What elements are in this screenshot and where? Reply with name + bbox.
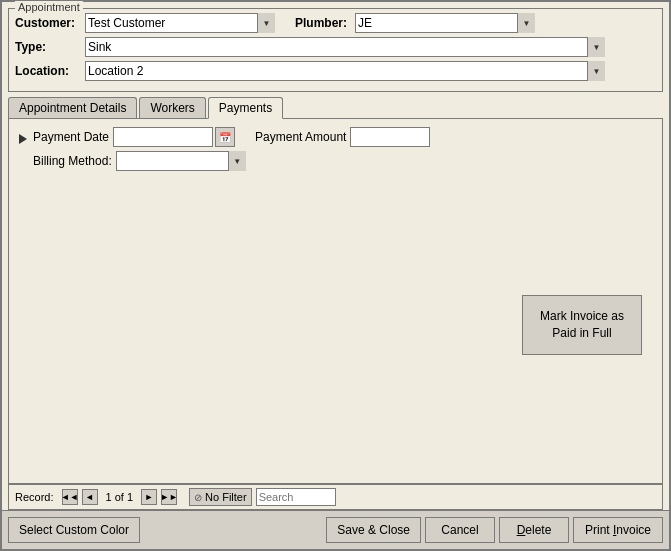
payment-amount-input[interactable]	[350, 127, 430, 147]
calendar-button[interactable]: 📅	[215, 127, 235, 147]
plumber-select-wrapper: JE	[355, 13, 535, 33]
select-custom-color-button[interactable]: Select Custom Color	[8, 517, 140, 543]
customer-select-wrapper: Test Customer	[85, 13, 275, 33]
billing-method-select-wrapper	[116, 151, 246, 171]
nav-next-button[interactable]: ►	[141, 489, 157, 505]
record-label: Record:	[15, 491, 54, 503]
billing-method-label: Billing Method:	[33, 154, 112, 168]
location-label: Location:	[15, 64, 85, 78]
customer-plumber-row: Customer: Test Customer Plumber: JE	[15, 13, 656, 33]
search-input[interactable]	[256, 488, 336, 506]
plumber-label: Plumber:	[295, 16, 355, 30]
record-nav-bar: Record: ◄◄ ◄ 1 of 1 ► ►► ⊘ No Filter	[8, 484, 663, 510]
save-close-button[interactable]: Save & Close	[326, 517, 421, 543]
no-filter-button[interactable]: ⊘ No Filter	[189, 488, 252, 506]
payment-date-label: Payment Date	[33, 130, 109, 144]
payments-area: Payment Date 📅 Payment Amount Billing Me…	[17, 127, 654, 475]
cancel-button[interactable]: Cancel	[425, 517, 495, 543]
type-select[interactable]: Sink	[85, 37, 605, 57]
type-label: Type:	[15, 40, 85, 54]
main-window: Appointment Customer: Test Customer Plum…	[0, 0, 671, 551]
nav-first-button[interactable]: ◄◄	[62, 489, 78, 505]
filter-area: ⊘ No Filter	[189, 488, 336, 506]
nav-last-button[interactable]: ►►	[161, 489, 177, 505]
payment-amount-label: Payment Amount	[255, 130, 346, 144]
tab-payments[interactable]: Payments	[208, 97, 283, 119]
plumber-select[interactable]: JE	[355, 13, 535, 33]
appointment-group-label: Appointment	[15, 1, 83, 13]
type-select-wrapper: Sink	[85, 37, 605, 57]
record-info: 1 of 1	[106, 491, 134, 503]
print-invoice-button[interactable]: Print Invoice	[573, 517, 663, 543]
location-row: Location: Location 2	[15, 61, 656, 81]
tab-workers[interactable]: Workers	[139, 97, 205, 118]
appointment-group: Appointment Customer: Test Customer Plum…	[8, 8, 663, 92]
type-row: Type: Sink	[15, 37, 656, 57]
location-select-wrapper: Location 2	[85, 61, 605, 81]
mark-invoice-button[interactable]: Mark Invoice as Paid in Full	[522, 295, 642, 355]
record-indicator	[19, 133, 27, 147]
filter-icon: ⊘	[194, 492, 202, 503]
tab-content-payments: Payment Date 📅 Payment Amount Billing Me…	[8, 118, 663, 484]
billing-method-row: Billing Method:	[33, 151, 654, 171]
location-select[interactable]: Location 2	[85, 61, 605, 81]
customer-label: Customer:	[15, 16, 85, 30]
bottom-bar: Select Custom Color Save & Close Cancel …	[2, 510, 669, 549]
delete-button[interactable]: Delete	[499, 517, 569, 543]
payment-date-input[interactable]	[113, 127, 213, 147]
payment-date-amount-row: Payment Date 📅 Payment Amount	[33, 127, 654, 147]
tabs-container: Appointment Details Workers Payments	[8, 96, 663, 118]
tab-appointment-details[interactable]: Appointment Details	[8, 97, 137, 118]
record-triangle-icon	[19, 134, 27, 144]
billing-method-select[interactable]	[116, 151, 246, 171]
nav-prev-button[interactable]: ◄	[82, 489, 98, 505]
customer-select[interactable]: Test Customer	[85, 13, 275, 33]
